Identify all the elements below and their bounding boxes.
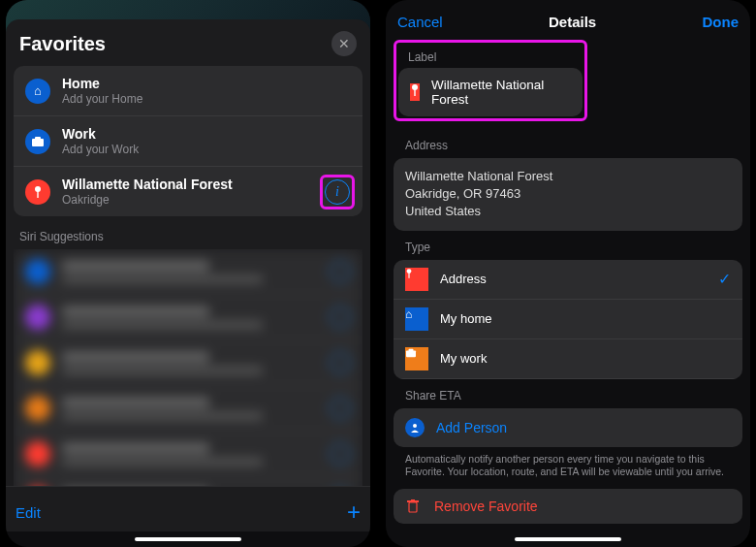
add-button[interactable]: +	[347, 499, 361, 526]
nav-bar: Cancel Details Done	[394, 4, 742, 40]
add-person-row[interactable]: Add Person	[394, 408, 742, 447]
svg-rect-12	[409, 502, 417, 512]
svg-rect-0	[32, 139, 44, 146]
favorites-screen: Favorites ✕ ⌂ Home Add your Home Work Ad…	[6, 0, 370, 547]
favorite-title: Willamette National Forest	[62, 177, 351, 192]
list-item[interactable]	[14, 432, 362, 477]
nav-title: Details	[549, 14, 596, 30]
label-header: Label	[398, 45, 583, 68]
close-icon: ✕	[338, 36, 350, 51]
favorite-sub: Add your Home	[62, 92, 351, 106]
svg-rect-1	[35, 137, 41, 140]
home-indicator	[515, 537, 621, 541]
type-option-work[interactable]: My work	[394, 339, 742, 379]
address-header: Address	[394, 129, 742, 158]
type-option-home[interactable]: ⌂ My home	[394, 300, 742, 339]
label-field[interactable]: Willamette National Forest	[398, 68, 583, 116]
favorites-list: ⌂ Home Add your Home Work Add your Work	[14, 66, 362, 216]
home-icon: ⌂	[405, 307, 428, 331]
highlight-annotation: i	[320, 175, 355, 209]
favorite-row-home[interactable]: ⌂ Home Add your Home	[14, 66, 362, 116]
edit-button[interactable]: Edit	[16, 504, 41, 521]
trash-icon	[405, 499, 421, 514]
list-item[interactable]	[14, 340, 362, 386]
home-indicator	[135, 537, 241, 541]
favorite-title: Home	[62, 76, 351, 91]
favorite-row-willamette[interactable]: Willamette National Forest Oakridge i	[14, 167, 362, 216]
type-header: Type	[394, 231, 742, 260]
address-card: Willamette National Forest Oakridge, OR …	[394, 158, 742, 231]
type-label: My home	[440, 311, 491, 326]
address-line: United States	[405, 203, 731, 220]
svg-rect-3	[37, 191, 38, 198]
briefcase-icon	[405, 347, 428, 370]
type-label: Address	[440, 272, 487, 286]
address-line: Oakridge, OR 97463	[405, 185, 731, 203]
done-button[interactable]: Done	[703, 14, 740, 30]
svg-rect-5	[414, 89, 415, 96]
list-item[interactable]	[14, 295, 362, 340]
pin-icon	[410, 83, 420, 101]
favorite-title: Work	[62, 126, 351, 142]
svg-rect-7	[408, 273, 409, 278]
cancel-button[interactable]: Cancel	[397, 14, 443, 30]
close-button[interactable]: ✕	[331, 31, 357, 56]
type-list: Address ✓ ⌂ My home My work My school	[394, 260, 742, 379]
list-item[interactable]	[14, 477, 362, 486]
type-label: My work	[440, 351, 487, 366]
list-item[interactable]	[14, 386, 362, 432]
pin-icon	[405, 268, 428, 291]
siri-suggestions-header: Siri Suggestions	[14, 216, 362, 249]
add-person-label: Add Person	[436, 420, 507, 435]
favorite-row-work[interactable]: Work Add your Work	[14, 116, 362, 167]
svg-rect-8	[406, 350, 416, 357]
favorites-sheet: Favorites ✕ ⌂ Home Add your Home Work Ad…	[6, 19, 370, 486]
details-screen: Cancel Details Done Label Willamette Nat…	[386, 0, 750, 547]
home-icon: ⌂	[25, 79, 50, 104]
favorite-sub: Add your Work	[62, 143, 351, 156]
siri-suggestions-list	[14, 249, 362, 486]
remove-favorite-button[interactable]: Remove Favorite	[394, 489, 742, 524]
svg-rect-14	[411, 499, 415, 501]
person-icon	[405, 418, 425, 437]
share-eta-header: Share ETA	[394, 379, 742, 408]
address-line: Willamette National Forest	[405, 168, 731, 185]
share-eta-description: Automatically notify another person ever…	[394, 447, 742, 489]
svg-rect-9	[409, 348, 414, 351]
svg-point-11	[413, 424, 417, 428]
type-option-address[interactable]: Address ✓	[394, 260, 742, 300]
checkmark-icon: ✓	[718, 270, 731, 288]
list-item[interactable]	[14, 249, 362, 295]
favorites-title: Favorites	[19, 33, 106, 55]
briefcase-icon	[25, 129, 50, 154]
info-button[interactable]: i	[325, 179, 350, 205]
favorite-sub: Oakridge	[62, 193, 351, 207]
label-value: Willamette National Forest	[431, 78, 571, 107]
remove-label: Remove Favorite	[434, 499, 538, 514]
pin-icon	[25, 179, 50, 205]
toolbar: Edit +	[6, 486, 370, 531]
highlight-annotation: Label Willamette National Forest	[394, 40, 587, 121]
